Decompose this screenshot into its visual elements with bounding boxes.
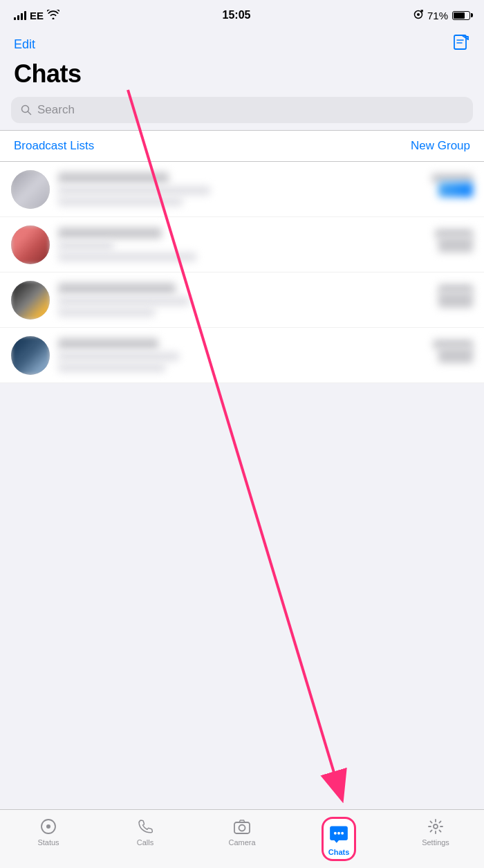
chat-item[interactable] [0,328,484,383]
search-section: Search [0,94,484,130]
broadcast-lists-button[interactable]: Broadcast Lists [14,139,94,153]
page-title-section: Chats [0,55,484,94]
chat-name [58,172,169,183]
edit-button[interactable]: Edit [14,37,35,52]
chat-subtext [58,197,183,206]
tab-label-calls: Calls [137,838,153,847]
status-left: EE [14,10,59,21]
chat-preview [58,186,210,195]
tab-label-status: Status [37,838,59,847]
tab-bar: Status Calls Camera Chats [0,809,484,868]
chats-highlight-box: Chats [322,817,356,861]
chat-list [0,162,484,383]
calls-icon [136,817,155,836]
tab-label-chats: Chats [328,848,350,856]
svg-point-1 [417,13,420,16]
chat-content [58,172,473,206]
chat-badge [438,237,473,252]
chat-preview [58,241,113,250]
battery-percent-label: 71% [427,10,448,21]
wifi-icon [47,10,59,21]
chat-name [58,283,176,294]
orientation-lock-icon [413,10,423,21]
chat-content [58,228,473,261]
svg-point-10 [46,824,50,829]
chat-badge [438,293,473,308]
avatar [11,336,50,375]
tab-label-settings: Settings [422,838,449,847]
svg-line-6 [28,112,31,115]
tab-item-status[interactable]: Status [0,815,97,847]
settings-icon [426,817,445,836]
svg-point-13 [334,832,337,835]
chat-badge-area [438,348,473,363]
chat-subtext [58,252,196,261]
time-display: 15:05 [223,9,251,21]
chat-subtext [58,308,155,317]
chat-badge [438,348,473,363]
nav-bar: Edit [0,30,484,55]
page-title: Chats [14,59,470,89]
search-bar[interactable]: Search [11,97,473,123]
chat-preview [58,297,189,306]
chat-preview [58,352,179,361]
chat-badge-area [438,182,473,197]
new-group-button[interactable]: New Group [411,139,470,153]
status-icon [39,817,58,836]
signal-bars-icon [14,10,26,20]
action-bar: Broadcast Lists New Group [0,131,484,161]
tab-item-settings[interactable]: Settings [387,815,484,847]
chat-subtext [58,363,165,372]
chats-icon [326,822,351,847]
avatar [11,225,50,264]
avatar [11,170,50,209]
chat-badge [438,182,473,197]
chat-content [58,283,473,317]
tab-item-chats[interactable]: Chats [290,815,387,861]
battery-icon [452,11,470,20]
svg-point-15 [341,832,344,835]
svg-point-12 [239,825,245,831]
compose-button[interactable] [452,33,470,55]
chat-item[interactable] [0,217,484,273]
svg-rect-11 [234,822,250,833]
avatar [11,281,50,320]
status-bar: EE 15:05 71% [0,0,484,30]
tab-label-camera: Camera [228,838,255,847]
chat-badge-area [438,237,473,252]
chat-name [58,338,158,349]
chat-content [58,338,473,372]
search-icon [21,104,32,116]
chat-name [58,228,162,239]
camera-icon [232,817,252,836]
chat-item[interactable] [0,162,484,217]
chat-item[interactable] [0,273,484,328]
tab-item-camera[interactable]: Camera [194,815,290,847]
search-placeholder: Search [37,103,75,117]
tab-item-calls[interactable]: Calls [97,815,194,847]
svg-point-14 [337,832,340,835]
status-right: 71% [413,10,470,21]
svg-point-16 [434,824,438,829]
carrier-label: EE [30,10,44,21]
chat-badge-area [438,293,473,308]
